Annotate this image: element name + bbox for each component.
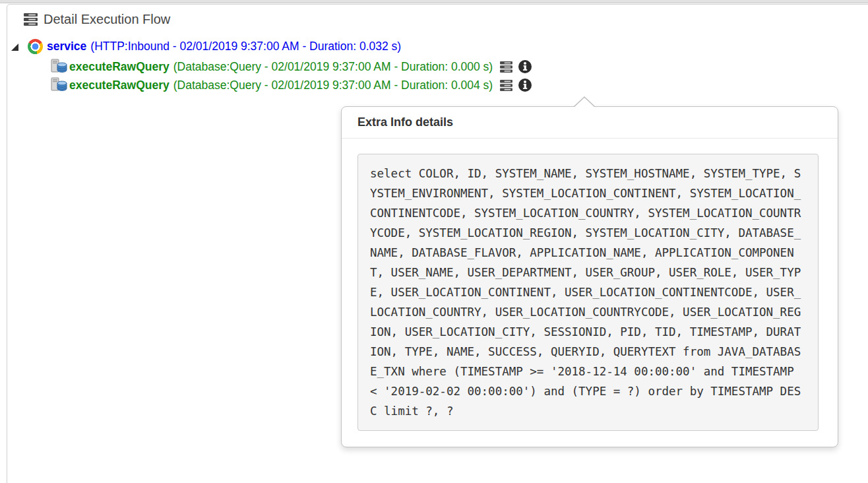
panel-header: Detail Execution Flow xyxy=(24,12,170,27)
row-details-list-icon[interactable] xyxy=(500,61,512,73)
tree-node-query-1[interactable]: executeRawQuery (Database:Query - 02/01/… xyxy=(50,58,532,75)
execution-flow-list-icon xyxy=(24,13,38,26)
row-details-list-icon[interactable] xyxy=(500,80,512,91)
node-name[interactable]: executeRawQuery xyxy=(69,79,170,92)
expand-caret-icon[interactable] xyxy=(11,44,18,51)
node-detail: (HTTP:Inbound - 02/01/2019 9:37:00 AM - … xyxy=(90,40,401,53)
node-detail: (Database:Query - 02/01/2019 9:37:00 AM … xyxy=(173,79,493,92)
tree-node-service[interactable]: service (HTTP:Inbound - 02/01/2019 9:37:… xyxy=(11,38,401,55)
info-circle-icon[interactable] xyxy=(518,60,532,73)
chrome-browser-icon xyxy=(28,39,43,54)
popover-body: select COLOR, ID, SYSTEM_NAME, SYSTEM_HO… xyxy=(342,139,838,447)
top-divider-strip xyxy=(0,0,868,3)
database-server-icon xyxy=(50,77,67,93)
tree-node-query-2[interactable]: executeRawQuery (Database:Query - 02/01/… xyxy=(50,77,532,94)
node-name[interactable]: executeRawQuery xyxy=(69,60,170,74)
popover-title: Extra Info details xyxy=(342,107,838,139)
database-server-icon xyxy=(50,59,67,75)
extra-info-popover: Extra Info details select COLOR, ID, SYS… xyxy=(341,106,838,447)
info-circle-icon[interactable] xyxy=(518,79,532,92)
sql-query-text: select COLOR, ID, SYSTEM_NAME, SYSTEM_HO… xyxy=(357,154,819,431)
node-name[interactable]: service xyxy=(47,40,86,53)
node-detail: (Database:Query - 02/01/2019 9:37:00 AM … xyxy=(173,60,493,74)
panel-title: Detail Execution Flow xyxy=(44,12,170,27)
